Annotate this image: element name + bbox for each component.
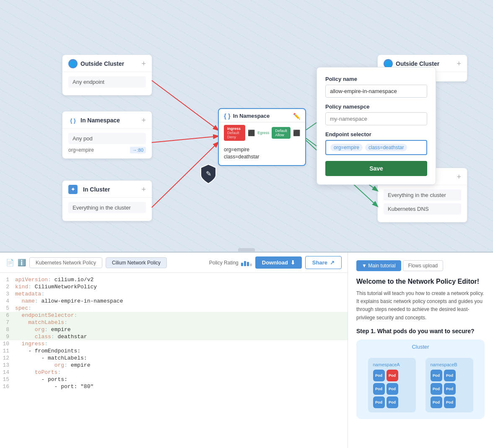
line-number: 8 [0, 326, 15, 333]
outside-cluster-left-label: Any endpoint [68, 76, 146, 88]
code-line-15: 15 - ports: [0, 376, 348, 383]
in-namespace-left-add[interactable]: + [141, 117, 146, 124]
endpoint-selector-label: Endpoint selector [325, 131, 427, 137]
line-content: metadata: [15, 291, 44, 297]
line-content: name: allow-empire-in-namespace [15, 298, 123, 304]
code-line-4: 4 name: allow-empire-in-namespace [0, 298, 348, 305]
pod-a5: Pod [373, 396, 385, 408]
pod-a3: Pod [373, 383, 385, 395]
tab-kubernetes[interactable]: Kubernetes Network Policy [29, 257, 102, 268]
tab-cilium[interactable]: Cilium Network Policy [106, 257, 167, 268]
in-namespace-left-body: Any pod org=empire →:80 [62, 129, 152, 158]
drag-handle[interactable] [238, 248, 255, 251]
tutorial-title: Welcome to the Network Policy Editor! [356, 278, 485, 285]
in-cluster-left-card: ✦ In Cluster + Everything in the cluster [62, 180, 152, 221]
line-number: 4 [0, 298, 15, 304]
policy-name-label: Policy name [325, 76, 427, 82]
ingress-sub-label: Default Deny [227, 131, 242, 139]
in-cluster-right-item2: Kubernetes DNS [384, 203, 461, 215]
egress-badge: Default Allow [272, 127, 291, 139]
in-namespace-left-title: In Namespace [80, 117, 120, 124]
line-number: 11 [0, 348, 15, 354]
line-content: spec: [15, 305, 31, 311]
policy-name-input[interactable] [325, 85, 427, 98]
in-cluster-right-add[interactable]: + [457, 173, 461, 181]
namespace-b-box: namespaceB Pod Pod Pod Pod Pod Pod [426, 358, 473, 412]
code-line-10: 10 ingress: [0, 340, 348, 347]
share-button[interactable]: Share ↗ [305, 256, 342, 269]
code-line-11: 11 - fromEndpoints: [0, 347, 348, 355]
cluster-icon-left: ✦ [68, 185, 78, 194]
svg-line-1 [152, 136, 218, 142]
code-line-7: 7 matchLabels: [0, 319, 348, 326]
globe-icon-left: 🌐 [68, 59, 78, 68]
in-cluster-left-label: Everything in the cluster [68, 202, 146, 213]
pod-grid-a: Pod Pod Pod Pod Pod Pod [373, 370, 411, 408]
pod-b4: Pod [444, 383, 456, 395]
outside-cluster-left-add[interactable]: + [141, 60, 146, 67]
info-icon[interactable]: ℹ️ [18, 259, 26, 267]
pod-a4: Pod [387, 383, 398, 395]
line-content: apiVersion: cilium.io/v2 [15, 277, 93, 283]
namespace-a-label: namespaceA [373, 362, 411, 367]
tab-main-tutorial[interactable]: ▼ Main tutorial [356, 260, 401, 271]
line-content: - port: "80" [15, 383, 93, 390]
line-number: 12 [0, 355, 15, 361]
endpoint-tag2: class=deathstar [365, 144, 407, 151]
in-cluster-left-header: ✦ In Cluster + [62, 181, 152, 198]
svg-text:✎: ✎ [206, 170, 211, 177]
line-content: - ports: [15, 376, 67, 383]
in-namespace-left-tag: org=empire [68, 147, 94, 153]
download-label: Download [262, 259, 288, 266]
policy-namespace-label: Policy namespce [325, 104, 427, 110]
in-namespace-left-arrow: →:80 [130, 147, 146, 153]
in-cluster-right-item1: Everything in the cluster [384, 189, 461, 201]
center-tag1: org=empire [224, 147, 300, 153]
line-content: kind: CiliumNetworkPolicy [15, 284, 97, 290]
in-namespace-left-label: Any pod [68, 133, 146, 144]
in-cluster-left-add[interactable]: + [141, 186, 146, 193]
tutorial-description: This tutorial will teach you how to crea… [356, 290, 485, 322]
ns-boxes-row: namespaceA Pod Pod Pod Pod Pod Pod names… [363, 350, 478, 412]
line-number: 6 [0, 312, 15, 319]
code-line-14: 14 toPorts: [0, 369, 348, 376]
namespace-b-label: namespaceB [431, 362, 468, 367]
tab-flows-upload[interactable]: Flows upload [403, 260, 444, 271]
ingress-badge: Ingress Default Deny [224, 125, 245, 141]
code-editor: 📄 ℹ️ Kubernetes Network Policy Cilium Ne… [0, 253, 348, 448]
svg-line-0 [152, 80, 218, 130]
policy-namespace-input[interactable] [325, 112, 427, 125]
rating-bar-4 [250, 264, 252, 266]
save-button[interactable]: Save [325, 161, 427, 176]
code-line-2: 2kind: CiliumNetworkPolicy [0, 283, 348, 290]
outside-cluster-right-title: Outside Cluster [396, 60, 439, 67]
cluster-diagram-label: Cluster [412, 344, 429, 350]
outside-cluster-left-body: Any endpoint [62, 72, 152, 95]
code-line-8: 8 org: empire [0, 326, 348, 333]
namespace-icon-left: { } [68, 116, 78, 125]
pod-a2-selected: Pod [387, 370, 398, 381]
outside-cluster-right-add[interactable]: + [457, 60, 461, 67]
code-line-13: 13 org: empire [0, 362, 348, 369]
center-node-card: { } In Namespace ✏️ Ingress Default Deny… [218, 108, 306, 166]
bottom-panel: 📄 ℹ️ Kubernetes Network Policy Cilium Ne… [0, 251, 493, 448]
center-node-edit-icon[interactable]: ✏️ [293, 113, 300, 119]
rating-bar-1 [241, 263, 243, 266]
file-icon[interactable]: 📄 [6, 259, 14, 267]
endpoint-selector-tags[interactable]: org=empire class=deathstar [325, 140, 427, 155]
line-content: - matchLabels: [15, 355, 87, 361]
pod-b6: Pod [444, 396, 456, 408]
pod-a1: Pod [373, 370, 385, 381]
tutorial-tabs: ▼ Main tutorial Flows upload [356, 260, 485, 271]
center-node-title: In Namespace [233, 113, 270, 119]
download-button[interactable]: Download ⬇ [255, 256, 302, 269]
code-body: 1apiVersion: cilium.io/v22kind: CiliumNe… [0, 273, 348, 448]
share-icon: ↗ [330, 259, 335, 266]
line-number: 9 [0, 334, 15, 340]
pod-grid-b: Pod Pod Pod Pod Pod Pod [431, 370, 468, 408]
namespace-a-box: namespaceA Pod Pod Pod Pod Pod Pod [368, 358, 416, 412]
line-number: 7 [0, 319, 15, 326]
center-namespace-icon: { } [224, 112, 231, 119]
shield-cursor-icon: ✎ [199, 163, 218, 184]
line-content: org: empire [15, 326, 71, 333]
